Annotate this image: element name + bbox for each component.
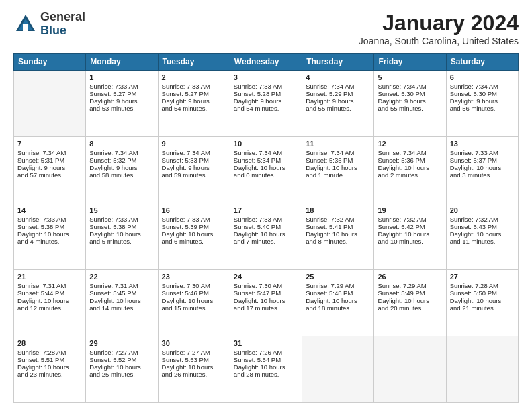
calendar-cell: 19Sunrise: 7:32 AMSunset: 5:42 PMDayligh… — [374, 203, 446, 270]
day-info: Daylight: 10 hours — [378, 297, 442, 304]
day-info: and 57 minutes. — [17, 171, 82, 179]
day-info: Daylight: 10 hours — [450, 230, 515, 238]
day-info: Sunset: 5:39 PM — [162, 223, 226, 230]
week-row-2: 14Sunrise: 7:33 AMSunset: 5:38 PMDayligh… — [14, 203, 519, 270]
day-number: 29 — [89, 339, 154, 347]
day-number: 22 — [89, 273, 154, 281]
month-year: January 2024 — [359, 11, 519, 36]
day-info: and 2 minutes. — [378, 171, 442, 179]
day-info: Sunset: 5:51 PM — [17, 356, 82, 363]
day-info: Sunset: 5:38 PM — [17, 223, 82, 230]
day-info: and 14 minutes. — [89, 304, 154, 312]
day-info: Sunset: 5:33 PM — [162, 156, 226, 164]
day-info: Daylight: 10 hours — [17, 297, 82, 304]
calendar-cell: 12Sunrise: 7:34 AMSunset: 5:36 PMDayligh… — [374, 137, 446, 203]
title-block: January 2024 Joanna, South Carolina, Uni… — [359, 11, 519, 46]
calendar-cell: 30Sunrise: 7:27 AMSunset: 5:53 PMDayligh… — [158, 336, 230, 403]
day-info: and 12 minutes. — [17, 304, 82, 312]
day-info: Daylight: 10 hours — [306, 164, 370, 171]
day-info: and 58 minutes. — [89, 171, 154, 179]
day-number: 17 — [234, 206, 298, 214]
calendar-cell: 7Sunrise: 7:34 AMSunset: 5:31 PMDaylight… — [14, 137, 86, 203]
day-info: Sunrise: 7:33 AM — [162, 83, 226, 90]
day-number: 16 — [162, 206, 226, 214]
day-number: 26 — [378, 273, 442, 281]
day-info: Sunset: 5:29 PM — [306, 90, 370, 97]
page: General Blue January 2024 Joanna, South … — [0, 0, 532, 411]
logo-general: General — [40, 11, 85, 24]
calendar-cell: 17Sunrise: 7:33 AMSunset: 5:40 PMDayligh… — [230, 203, 302, 270]
calendar-cell — [374, 336, 446, 403]
day-info: and 53 minutes. — [89, 105, 154, 112]
day-info: Sunset: 5:30 PM — [450, 90, 515, 97]
day-info: Sunrise: 7:34 AM — [378, 149, 442, 156]
day-number: 8 — [89, 140, 154, 148]
day-info: Sunset: 5:31 PM — [17, 156, 82, 164]
logo: General Blue — [13, 11, 85, 38]
day-info: and 17 minutes. — [234, 304, 298, 312]
calendar-table: SundayMondayTuesdayWednesdayThursdayFrid… — [13, 53, 519, 403]
day-info: Sunrise: 7:29 AM — [306, 282, 370, 289]
day-info: Sunrise: 7:34 AM — [306, 83, 370, 90]
calendar-cell: 16Sunrise: 7:33 AMSunset: 5:39 PMDayligh… — [158, 203, 230, 270]
header: General Blue January 2024 Joanna, South … — [13, 11, 519, 46]
week-row-4: 28Sunrise: 7:28 AMSunset: 5:51 PMDayligh… — [14, 336, 519, 403]
day-info: and 8 minutes. — [306, 238, 370, 245]
day-number: 13 — [450, 140, 515, 148]
day-info: and 18 minutes. — [306, 304, 370, 312]
day-info: Sunset: 5:37 PM — [450, 156, 515, 164]
day-info: Sunrise: 7:33 AM — [89, 216, 154, 223]
calendar-cell: 9Sunrise: 7:34 AMSunset: 5:33 PMDaylight… — [158, 137, 230, 203]
day-info: Daylight: 10 hours — [450, 297, 515, 304]
day-info: Sunrise: 7:34 AM — [306, 149, 370, 156]
day-info: Daylight: 10 hours — [162, 230, 226, 238]
day-info: Sunset: 5:54 PM — [234, 356, 298, 363]
day-info: Daylight: 10 hours — [17, 230, 82, 238]
day-number: 24 — [234, 273, 298, 281]
day-info: Sunrise: 7:33 AM — [89, 83, 154, 90]
day-number: 19 — [378, 206, 442, 214]
day-info: Sunrise: 7:32 AM — [306, 216, 370, 223]
day-number: 3 — [234, 73, 298, 81]
day-info: Sunrise: 7:32 AM — [450, 216, 515, 223]
day-info: Sunset: 5:43 PM — [450, 223, 515, 230]
day-info: and 54 minutes. — [162, 105, 226, 112]
day-number: 14 — [17, 206, 82, 214]
day-info: Sunset: 5:32 PM — [89, 156, 154, 164]
day-info: Daylight: 9 hours — [450, 97, 515, 105]
day-info: and 11 minutes. — [450, 238, 515, 245]
day-number: 23 — [162, 273, 226, 281]
logo-blue: Blue — [40, 24, 85, 38]
day-info: Sunrise: 7:32 AM — [378, 216, 442, 223]
day-info: Daylight: 9 hours — [162, 164, 226, 171]
day-info: and 55 minutes. — [378, 105, 442, 112]
day-info: and 15 minutes. — [162, 304, 226, 312]
calendar-cell: 11Sunrise: 7:34 AMSunset: 5:35 PMDayligh… — [302, 137, 374, 203]
day-info: Sunset: 5:27 PM — [89, 90, 154, 97]
day-number: 15 — [89, 206, 154, 214]
day-header-thursday: Thursday — [302, 54, 374, 71]
week-row-0: 1Sunrise: 7:33 AMSunset: 5:27 PMDaylight… — [14, 71, 519, 137]
day-info: Sunrise: 7:33 AM — [17, 216, 82, 223]
calendar-cell: 13Sunrise: 7:33 AMSunset: 5:37 PMDayligh… — [446, 137, 518, 203]
location: Joanna, South Carolina, United States — [359, 36, 519, 46]
day-info: Daylight: 9 hours — [17, 164, 82, 171]
calendar-cell: 22Sunrise: 7:31 AMSunset: 5:45 PMDayligh… — [86, 270, 158, 336]
day-info: Daylight: 10 hours — [306, 297, 370, 304]
day-info: Sunrise: 7:33 AM — [162, 216, 226, 223]
calendar-cell: 26Sunrise: 7:29 AMSunset: 5:49 PMDayligh… — [374, 270, 446, 336]
day-info: Sunset: 5:47 PM — [234, 289, 298, 297]
day-info: Sunrise: 7:28 AM — [17, 349, 82, 356]
day-info: Sunset: 5:27 PM — [162, 90, 226, 97]
day-info: Sunset: 5:34 PM — [234, 156, 298, 164]
svg-rect-2 — [23, 24, 28, 31]
calendar-cell: 25Sunrise: 7:29 AMSunset: 5:48 PMDayligh… — [302, 270, 374, 336]
day-info: and 26 minutes. — [162, 371, 226, 378]
day-number: 28 — [17, 339, 82, 347]
calendar-cell: 10Sunrise: 7:34 AMSunset: 5:34 PMDayligh… — [230, 137, 302, 203]
day-info: and 6 minutes. — [162, 238, 226, 245]
day-info: Daylight: 10 hours — [378, 164, 442, 171]
calendar-cell: 24Sunrise: 7:30 AMSunset: 5:47 PMDayligh… — [230, 270, 302, 336]
day-info: and 28 minutes. — [234, 371, 298, 378]
day-info: and 54 minutes. — [234, 105, 298, 112]
